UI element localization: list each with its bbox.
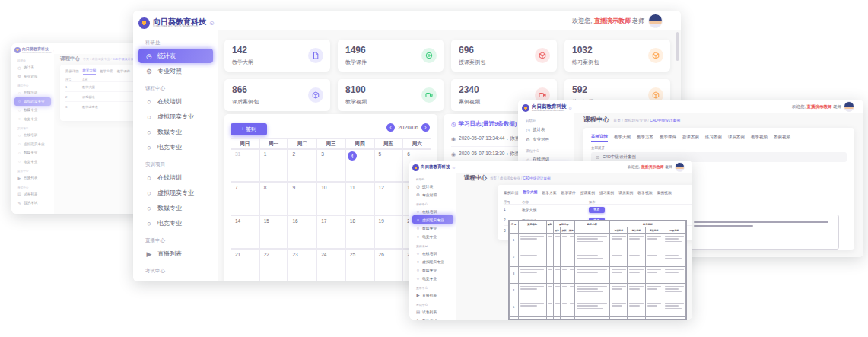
sidebar-item[interactable]: ⚙ 专业对照 [522,135,571,145]
calendar-day[interactable]: 17 [316,215,345,249]
calendar-day[interactable]: 7 [231,182,259,215]
prev-month-button[interactable]: ‹ [386,123,395,132]
sidebar-item[interactable]: 科研处 [522,119,571,123]
sidebar-item[interactable]: 考试中心 [412,303,453,307]
tab[interactable]: 教学方案 [542,190,556,196]
tab[interactable]: 课后案例 [618,190,633,196]
sidebar-item[interactable]: ◷ 统计表 [412,182,453,190]
sidebar-item[interactable]: ○ 电竞专业 [14,115,51,124]
sidebar-item[interactable]: ○ 数媒专业 [14,106,51,115]
calendar-day[interactable]: 3 [316,148,345,182]
sidebar-item[interactable]: 课程中心 [138,85,213,92]
sidebar-item[interactable]: ▤ 试卷列表 [138,277,213,281]
calendar-day[interactable]: 22 [259,249,288,281]
sidebar-item[interactable]: 课程中心 [412,202,453,206]
sidebar-item[interactable]: ⚙ 专业对照 [412,190,453,199]
tab[interactable]: 教学大纲 [83,68,97,75]
logo[interactable]: 向日葵教育科技 SUNFLOWER EDUCATION TECHNOLOGY ⊙ [518,100,574,115]
calendar-day[interactable]: 8 [259,182,288,215]
tab[interactable]: 教学视频 [637,190,652,196]
tab[interactable]: 授课案例 [580,190,595,196]
sidebar-item[interactable]: ▶ 直播列表 [14,173,51,183]
sidebar-item[interactable]: ○ 虚拟现实专业 [14,97,51,107]
calendar-day[interactable]: 9 [288,182,316,215]
sidebar-collapse-icon[interactable]: ⊙ [209,20,215,27]
sidebar-item[interactable]: 实训项目 [412,244,453,248]
calendar-day[interactable]: 23 [288,249,316,281]
calendar-day[interactable]: 15 [259,215,288,249]
tab[interactable]: 案例详情 [504,190,518,196]
tab[interactable]: 练习案例 [599,190,614,196]
calendar-day[interactable]: 31 [231,148,259,182]
calendar-day[interactable]: 24 [316,249,345,281]
calendar-day[interactable]: 5 [374,148,403,182]
calendar-day[interactable]: 16 [288,215,316,249]
view-button[interactable]: 查看 [589,207,605,213]
sidebar-item[interactable]: ○ 在线培训 [14,131,51,140]
sidebar-item[interactable]: ○ 在线培训 [412,207,453,215]
sidebar-item[interactable]: 科研处 [14,59,51,62]
sidebar-collapse-icon[interactable]: ⊙ [569,106,572,110]
sidebar-item[interactable]: ○ 电竞专业 [138,140,213,154]
tab[interactable]: 教学课件 [561,190,576,196]
sidebar-item[interactable]: ○ 数媒专业 [14,148,51,157]
tab[interactable]: 教学大纲 [614,135,631,142]
sidebar-item[interactable]: 直播中心 [412,286,453,290]
calendar-day[interactable]: 10 [316,182,345,215]
sidebar-collapse-icon[interactable]: ⊙ [453,166,456,170]
sidebar-item[interactable]: ▶ 直播列表 [412,291,453,299]
checkin-button[interactable]: + 签到 [231,123,267,135]
tab[interactable]: 授课案例 [682,135,699,142]
tab[interactable]: 教学课件 [660,135,676,142]
logo[interactable]: 向日葵教育科技 SUNFLOWER EDUCATION TECHNOLOGY ⊙ [409,161,456,173]
tab[interactable]: 教学视频 [751,135,768,142]
sidebar-item[interactable]: 课程中心 [14,84,51,87]
calendar-day[interactable]: 1 [259,148,288,182]
sidebar-item[interactable]: ○ 数媒专业 [412,224,453,232]
calendar-day[interactable]: 11 [345,182,374,215]
tab[interactable]: 案例视频 [657,190,672,196]
sidebar-item[interactable]: ◷ 统计表 [522,125,571,135]
sidebar-item[interactable]: ⚙ 专业对照 [14,72,51,81]
tab[interactable]: 案例视频 [774,135,790,142]
expand-all-label[interactable]: 全部展开 [591,146,847,150]
tab[interactable]: 练习案例 [705,135,722,142]
sidebar-item[interactable]: ◷ 统计表 [14,63,51,72]
sidebar-item[interactable]: ○ 虚拟现实专业 [138,186,213,200]
calendar-day[interactable]: 18 [345,215,374,249]
calendar-day[interactable]: 25 [345,249,374,281]
sidebar-item[interactable]: ○ 电竞专业 [14,157,51,167]
sidebar-item[interactable]: ○ 在线培训 [138,170,213,185]
sidebar-item[interactable]: 实训项目 [138,161,213,168]
sidebar-item[interactable]: 科研处 [138,40,213,46]
tab[interactable]: 案例详情 [591,134,608,142]
calendar-day[interactable]: 21 [231,249,259,281]
avatar[interactable] [675,162,685,172]
sidebar-item[interactable]: ✎ 我的考试 [412,316,453,320]
sidebar-item[interactable]: ✎ 我的考试 [14,199,51,208]
sidebar-item[interactable]: ○ 电竞专业 [138,216,213,230]
sidebar-item[interactable]: 考试中心 [14,186,51,189]
logo[interactable]: 向日葵教育科技 SUNFLOWER EDUCATION TECHNOLOGY ⊙ [11,43,54,56]
calendar-day[interactable]: 19 [374,215,403,249]
sidebar-item[interactable]: 直播中心 [14,170,51,173]
tab[interactable]: 教学课件 [117,69,131,75]
sidebar-item[interactable]: ○ 数媒专业 [138,201,213,215]
calendar-day[interactable]: 2 [288,148,316,182]
logo[interactable]: 向日葵教育科技 SUNFLOWER EDUCATION TECHNOLOGY ⊙ [133,11,218,33]
sidebar-item[interactable]: 考试中心 [138,268,213,275]
tab[interactable]: 教学方案 [637,135,653,142]
sidebar-item[interactable]: ▤ 试卷列表 [412,307,453,316]
sidebar-item[interactable]: ○ 在线培训 [138,94,213,109]
tab[interactable]: 案例详情 [65,69,79,75]
calendar-day[interactable]: 4 [345,148,374,182]
avatar[interactable] [648,14,663,28]
sidebar-item[interactable]: ○ 在线培训 [14,88,51,97]
avatar[interactable] [844,101,854,112]
sidebar-item[interactable]: ○ 电竞专业 [412,232,453,240]
sidebar-item[interactable]: ○ 数媒专业 [138,125,213,139]
sidebar-item[interactable]: ○ 电竞专业 [412,274,453,282]
sidebar-item[interactable]: 直播中心 [138,237,213,244]
tab[interactable]: 教学大纲 [523,189,537,196]
sidebar-item[interactable]: ▤ 试卷列表 [14,190,51,199]
